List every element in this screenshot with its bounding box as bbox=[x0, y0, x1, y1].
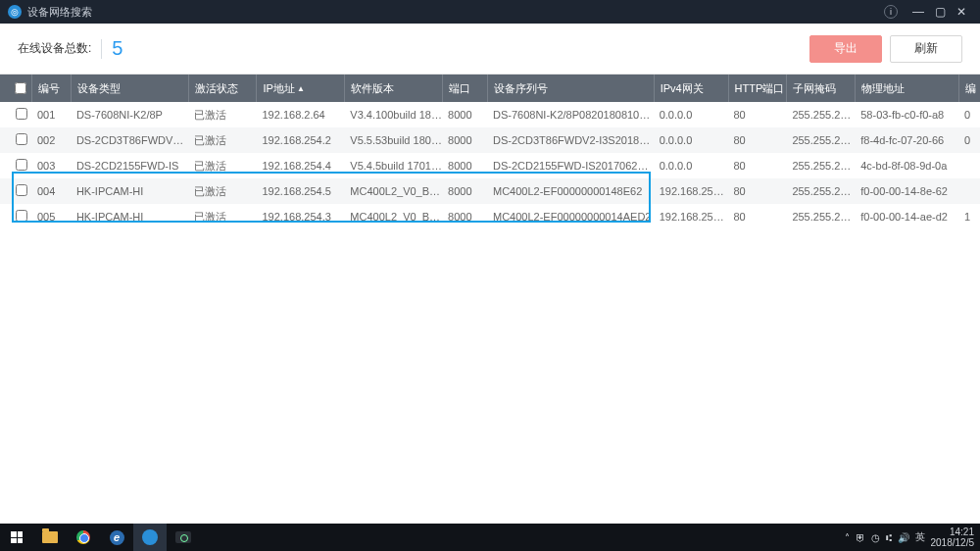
cell-gw: 0.0.0.0 bbox=[654, 160, 728, 172]
cell-status: 已激活 bbox=[188, 133, 257, 148]
cell-mask: 255.255.255.0 bbox=[786, 211, 855, 223]
cell-mac: f0-00-00-14-8e-62 bbox=[855, 185, 958, 197]
cell-port: 8000 bbox=[442, 185, 487, 197]
cell-mask: 255.255.255.0 bbox=[786, 109, 855, 121]
window-title: 设备网络搜索 bbox=[27, 5, 92, 20]
cell-type: DS-7608NI-K2/8P bbox=[71, 109, 188, 121]
cell-type: HK-IPCAM-HI bbox=[71, 185, 188, 197]
cell-ver: V5.4.5build 170124 bbox=[344, 160, 442, 172]
cell-http: 80 bbox=[728, 185, 787, 197]
table-row[interactable]: 005HK-IPCAM-HI已激活192.168.254.3MC400L2_V0… bbox=[0, 204, 980, 229]
cell-mac: f8-4d-fc-07-20-66 bbox=[855, 134, 958, 146]
row-checkbox[interactable] bbox=[16, 133, 27, 145]
titlebar: ◎ 设备网络搜索 i — ▢ ✕ bbox=[0, 0, 980, 24]
taskbar-ie[interactable]: e bbox=[100, 524, 133, 551]
col-port[interactable]: 端口 bbox=[442, 75, 487, 102]
cell-status: 已激活 bbox=[188, 108, 257, 123]
table-row[interactable]: 004HK-IPCAM-HI已激活192.168.254.5MC400L2_V0… bbox=[0, 178, 980, 204]
cell-mask: 255.255.255.0 bbox=[786, 160, 855, 172]
cell-http: 80 bbox=[728, 160, 787, 172]
cell-ip: 192.168.2.64 bbox=[257, 109, 345, 121]
maximize-button[interactable]: ▢ bbox=[929, 5, 951, 19]
cell-mac: f0-00-00-14-ae-d2 bbox=[855, 211, 958, 223]
cell-type: DS-2CD3T86FWDV2-I3S bbox=[71, 134, 188, 146]
cell-id: 001 bbox=[31, 109, 71, 121]
cell-port: 8000 bbox=[442, 160, 487, 172]
tray-app-icon[interactable]: ◷ bbox=[871, 532, 880, 543]
close-button[interactable]: ✕ bbox=[951, 5, 972, 19]
minimize-button[interactable]: — bbox=[907, 5, 929, 19]
cell-serial: MC400L2-EF00000000014AED2 bbox=[487, 211, 654, 223]
select-all-checkbox[interactable] bbox=[15, 82, 26, 94]
col-gw[interactable]: IPv4网关 bbox=[654, 75, 728, 102]
col-ver[interactable]: 软件版本 bbox=[344, 75, 442, 102]
cell-port: 8000 bbox=[442, 109, 487, 121]
tray-clock[interactable]: 14:21 2018/12/5 bbox=[931, 526, 975, 548]
cell-ver: MC400L2_V0_BU_G... bbox=[344, 185, 442, 197]
start-button[interactable] bbox=[0, 524, 33, 551]
col-mac[interactable]: 物理地址 bbox=[855, 75, 958, 102]
device-table: 编号 设备类型 激活状态 IP地址▲ 软件版本 端口 设备序列号 IPv4网关 … bbox=[0, 75, 980, 524]
col-status[interactable]: 激活状态 bbox=[188, 75, 257, 102]
taskbar-other[interactable] bbox=[167, 524, 200, 551]
cell-gw: 192.168.254.1 bbox=[654, 185, 728, 197]
cell-type: HK-IPCAM-HI bbox=[71, 211, 188, 223]
tray-ime[interactable]: 英 bbox=[915, 530, 925, 544]
cell-status: 已激活 bbox=[188, 159, 257, 174]
cell-gw: 0.0.0.0 bbox=[654, 134, 728, 146]
cell-port: 8000 bbox=[442, 134, 487, 146]
tray-volume-icon[interactable]: 🔊 bbox=[898, 532, 909, 543]
col-extra[interactable]: 编 bbox=[958, 75, 980, 102]
tray-shield-icon[interactable]: ⛨ bbox=[856, 532, 865, 543]
divider bbox=[101, 39, 102, 59]
toolbar: 在线设备总数: 5 导出 刷新 bbox=[0, 24, 980, 75]
col-type[interactable]: 设备类型 bbox=[71, 75, 188, 102]
info-icon[interactable]: i bbox=[884, 5, 898, 19]
cell-ver: V3.4.100build 1806... bbox=[344, 109, 442, 121]
table-row[interactable]: 002DS-2CD3T86FWDV2-I3S已激活192.168.254.2V5… bbox=[0, 127, 980, 153]
row-checkbox[interactable] bbox=[16, 184, 27, 196]
cell-ver: MC400L2_V0_BU_G... bbox=[344, 211, 442, 223]
col-ip[interactable]: IP地址▲ bbox=[256, 75, 344, 102]
cell-serial: DS-2CD2155FWD-IS20170622AAWR... bbox=[487, 160, 654, 172]
cell-mac: 58-03-fb-c0-f0-a8 bbox=[855, 109, 958, 121]
row-checkbox[interactable] bbox=[16, 159, 27, 171]
cell-serial: DS-2CD3T86FWDV2-I3S20181119A... bbox=[487, 134, 654, 146]
cell-mask: 255.255.255.0 bbox=[786, 134, 855, 146]
cell-mac: 4c-bd-8f-08-9d-0a bbox=[855, 160, 958, 172]
col-mask[interactable]: 子网掩码 bbox=[786, 75, 855, 102]
cell-id: 003 bbox=[31, 160, 71, 172]
cell-id: 005 bbox=[31, 211, 71, 223]
cell-http: 80 bbox=[728, 211, 787, 223]
windows-taskbar: e ˄ ⛨ ◷ ⑆ 🔊 英 14:21 2018/12/5 bbox=[0, 524, 980, 551]
col-http[interactable]: HTTP端口 bbox=[728, 75, 787, 102]
cell-serial: MC400L2-EF00000000148E62 bbox=[487, 185, 654, 197]
row-checkbox[interactable] bbox=[16, 108, 27, 120]
refresh-button[interactable]: 刷新 bbox=[890, 35, 962, 63]
taskbar-chrome[interactable] bbox=[67, 524, 100, 551]
cell-http: 80 bbox=[728, 134, 787, 146]
tray-chevron-icon[interactable]: ˄ bbox=[845, 532, 850, 543]
cell-status: 已激活 bbox=[188, 210, 257, 225]
export-button[interactable]: 导出 bbox=[809, 35, 882, 63]
table-row[interactable]: 001DS-7608NI-K2/8P已激活192.168.2.64V3.4.10… bbox=[0, 102, 980, 127]
cell-type: DS-2CD2155FWD-IS bbox=[71, 160, 188, 172]
tray-wifi-icon[interactable]: ⑆ bbox=[886, 532, 892, 543]
cell-extra: 1 bbox=[958, 211, 980, 223]
col-serial[interactable]: 设备序列号 bbox=[487, 75, 654, 102]
cell-extra: 0 bbox=[958, 134, 980, 146]
table-row[interactable]: 003DS-2CD2155FWD-IS已激活192.168.254.4V5.4.… bbox=[0, 153, 980, 178]
taskbar-app[interactable] bbox=[133, 524, 167, 551]
taskbar-explorer[interactable] bbox=[33, 524, 67, 551]
table-body: 001DS-7608NI-K2/8P已激活192.168.2.64V3.4.10… bbox=[0, 102, 980, 524]
cell-port: 8000 bbox=[442, 211, 487, 223]
cell-extra: 0 bbox=[958, 109, 980, 121]
cell-id: 002 bbox=[31, 134, 71, 146]
cell-id: 004 bbox=[31, 185, 71, 197]
cell-serial: DS-7608NI-K2/8P0820180810CCRR... bbox=[487, 109, 654, 121]
cell-ver: V5.5.53build 180622 bbox=[344, 134, 442, 146]
cell-status: 已激活 bbox=[188, 184, 257, 199]
cell-gw: 0.0.0.0 bbox=[654, 109, 728, 121]
row-checkbox[interactable] bbox=[16, 210, 27, 222]
col-id[interactable]: 编号 bbox=[31, 75, 71, 102]
